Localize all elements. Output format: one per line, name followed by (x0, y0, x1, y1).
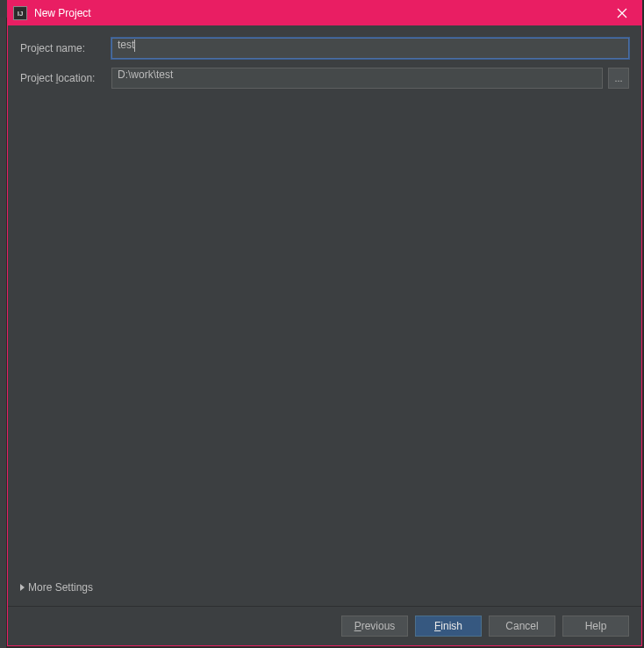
previous-mnemonic: P (354, 620, 361, 632)
project-location-input[interactable]: D:\work\test (111, 68, 603, 89)
cancel-label: Cancel (505, 620, 538, 632)
titlebar: IJ New Project (8, 1, 641, 25)
window-title: New Project (34, 7, 603, 19)
dialog-footer: Previous Finish Cancel Help (8, 606, 641, 645)
previous-label: revious (361, 620, 396, 632)
background-strip (0, 18, 7, 648)
label-pre: Project (20, 72, 56, 84)
dialog-content: Project name: test Project location: D:\… (8, 25, 641, 606)
chevron-right-icon (20, 584, 25, 591)
project-name-label-text: Project name: (20, 42, 85, 54)
finish-button[interactable]: Finish (415, 616, 482, 637)
finish-label: inish (440, 620, 462, 632)
help-label: Help (585, 620, 607, 632)
cancel-button[interactable]: Cancel (489, 616, 555, 637)
project-location-row: Project location: D:\work\test ... (20, 68, 629, 89)
project-name-value: test (118, 39, 134, 51)
app-icon: IJ (13, 6, 27, 20)
background-strip (0, 0, 7, 18)
more-settings-toggle[interactable]: More Settings (20, 576, 629, 606)
content-spacer (20, 97, 629, 576)
project-name-label: Project name: (20, 42, 111, 54)
close-button[interactable] (603, 1, 641, 25)
text-cursor (134, 40, 135, 52)
ellipsis-icon: ... (614, 73, 622, 83)
browse-location-button[interactable]: ... (608, 68, 629, 89)
project-name-row: Project name: test (20, 38, 629, 59)
app-icon-label: IJ (18, 10, 24, 18)
label-post: ocation: (58, 72, 95, 84)
project-name-input[interactable]: test (111, 38, 629, 59)
more-settings-label: More Settings (28, 581, 93, 594)
help-button[interactable]: Help (562, 616, 629, 637)
previous-button[interactable]: Previous (341, 616, 408, 637)
project-location-label: Project location: (20, 72, 111, 84)
project-location-value: D:\work\test (118, 68, 173, 81)
new-project-dialog: IJ New Project Project name: test Projec… (7, 0, 642, 646)
close-icon (617, 8, 627, 18)
